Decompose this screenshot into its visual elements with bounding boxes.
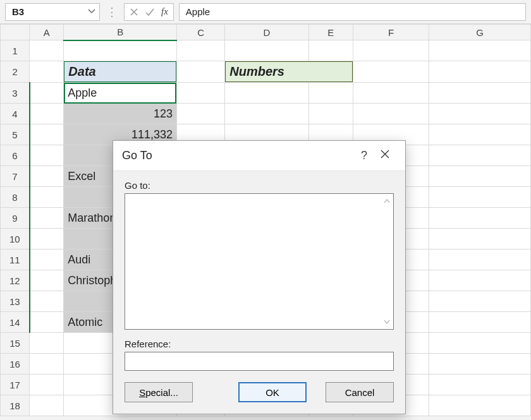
cell-A1[interactable]	[30, 40, 64, 61]
col-header-A[interactable]: A	[30, 25, 64, 40]
cell-G10[interactable]	[429, 229, 531, 249]
cell-B4[interactable]: 123	[64, 104, 177, 124]
cell-B2[interactable]: Data	[64, 61, 177, 83]
col-header-B[interactable]: B	[64, 25, 177, 40]
special-button[interactable]: Special...	[125, 382, 193, 402]
row-header-16[interactable]: 16	[1, 354, 30, 375]
cell-A10[interactable]	[30, 229, 64, 249]
row-header-8[interactable]: 8	[1, 187, 30, 208]
name-box-dropdown-icon[interactable]	[88, 6, 95, 17]
cell-G7[interactable]	[429, 166, 531, 187]
cell-A4[interactable]	[30, 104, 64, 124]
cell-F4[interactable]	[353, 104, 429, 124]
cancel-formula-icon[interactable]	[130, 8, 138, 16]
cell-A3[interactable]	[30, 83, 64, 104]
formula-input-value: Apple	[186, 6, 210, 17]
cell-A2[interactable]	[30, 61, 64, 83]
row-header-6[interactable]: 6	[1, 145, 30, 166]
cell-G4[interactable]	[429, 104, 531, 124]
col-header-D[interactable]: D	[225, 25, 308, 40]
enter-formula-icon[interactable]	[145, 8, 155, 16]
cell-B3[interactable]: Apple	[64, 83, 177, 104]
row-header-2[interactable]: 2	[1, 61, 30, 83]
cell-A17[interactable]	[30, 375, 64, 395]
cell-A9[interactable]	[30, 208, 64, 229]
cell-G5[interactable]	[429, 124, 531, 145]
select-all-corner[interactable]	[1, 25, 30, 40]
cell-B1[interactable]	[64, 40, 177, 61]
row-header-7[interactable]: 7	[1, 166, 30, 187]
ok-button[interactable]: OK	[238, 382, 307, 402]
cell-A14[interactable]	[30, 312, 64, 333]
cell-G8[interactable]	[429, 187, 531, 208]
goto-listbox[interactable]	[125, 193, 394, 330]
cell-A13[interactable]	[30, 291, 64, 312]
cell-A8[interactable]	[30, 187, 64, 208]
cell-C1[interactable]	[176, 40, 224, 61]
cell-G15[interactable]	[429, 333, 531, 354]
cell-C4[interactable]	[176, 104, 224, 124]
cell-G13[interactable]	[429, 291, 531, 312]
cell-G18[interactable]	[429, 395, 531, 416]
cell-G16[interactable]	[429, 354, 531, 375]
cell-A7[interactable]	[30, 166, 64, 187]
cell-D2[interactable]: Numbers	[225, 61, 353, 83]
row-header-17[interactable]: 17	[1, 375, 30, 395]
cell-A5[interactable]	[30, 124, 64, 145]
cell-E4[interactable]	[308, 104, 353, 124]
cell-A11[interactable]	[30, 249, 64, 270]
scroll-up-icon[interactable]	[384, 196, 390, 205]
row-header-15[interactable]: 15	[1, 333, 30, 354]
scroll-down-icon[interactable]	[384, 318, 390, 327]
cell-G17[interactable]	[429, 375, 531, 395]
cell-G1[interactable]	[429, 40, 531, 61]
col-header-C[interactable]: C	[176, 25, 224, 40]
cell-E3[interactable]	[308, 83, 353, 104]
cell-G3[interactable]	[429, 83, 531, 104]
row-header-3[interactable]: 3	[1, 83, 30, 104]
row-header-14[interactable]: 14	[1, 312, 30, 333]
cell-E1[interactable]	[308, 40, 353, 61]
row-header-10[interactable]: 10	[1, 229, 30, 249]
row-header-13[interactable]: 13	[1, 291, 30, 312]
row-header-4[interactable]: 4	[1, 104, 30, 124]
row-header-12[interactable]: 12	[1, 270, 30, 291]
name-box[interactable]: B3	[5, 3, 100, 21]
col-header-E[interactable]: E	[308, 25, 353, 40]
cell-G6[interactable]	[429, 145, 531, 166]
cell-F3[interactable]	[353, 83, 429, 104]
cell-F2[interactable]	[353, 61, 429, 83]
row-header-5[interactable]: 5	[1, 124, 30, 145]
cell-C3[interactable]	[176, 83, 224, 104]
cell-A12[interactable]	[30, 270, 64, 291]
cell-D4[interactable]	[225, 104, 308, 124]
row-header-11[interactable]: 11	[1, 249, 30, 270]
cell-A6[interactable]	[30, 145, 64, 166]
reference-input[interactable]	[125, 352, 394, 371]
cell-A18[interactable]	[30, 395, 64, 416]
cell-A16[interactable]	[30, 354, 64, 375]
row-header-1[interactable]: 1	[1, 40, 30, 61]
col-header-F[interactable]: F	[353, 25, 429, 40]
cell-G12[interactable]	[429, 270, 531, 291]
dialog-help-icon[interactable]: ?	[355, 145, 374, 166]
cell-G2[interactable]	[429, 61, 531, 83]
cell-D1[interactable]	[225, 40, 308, 61]
formula-input[interactable]: Apple	[179, 3, 526, 21]
cell-A15[interactable]	[30, 333, 64, 354]
dialog-close-icon[interactable]	[374, 145, 396, 166]
cell-F1[interactable]	[353, 40, 429, 61]
cell-G11[interactable]	[429, 249, 531, 270]
row-header-18[interactable]: 18	[1, 395, 30, 416]
cell-G9[interactable]	[429, 208, 531, 229]
insert-function-icon[interactable]: fx	[161, 6, 168, 17]
col-header-G[interactable]: G	[429, 25, 531, 40]
cell-G14[interactable]	[429, 312, 531, 333]
row-header-9[interactable]: 9	[1, 208, 30, 229]
cancel-button[interactable]: Cancel	[326, 382, 394, 402]
goto-list-scrollbar[interactable]	[382, 196, 392, 327]
dialog-titlebar[interactable]: Go To ?	[113, 141, 405, 171]
formula-bar-buttons: fx	[124, 3, 174, 21]
cell-C2[interactable]	[176, 61, 224, 83]
cell-D3[interactable]	[225, 83, 308, 104]
